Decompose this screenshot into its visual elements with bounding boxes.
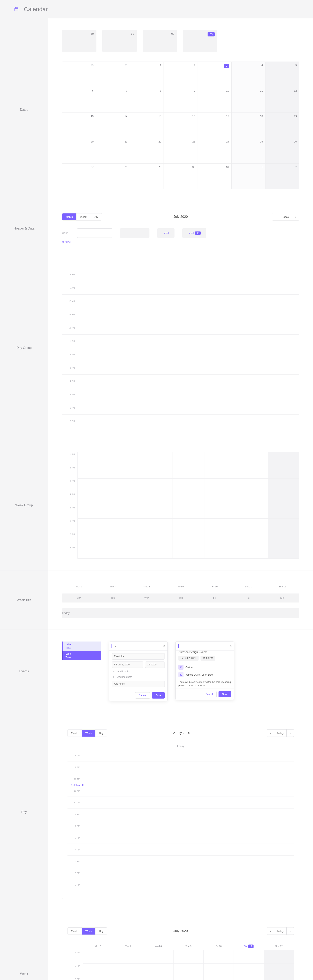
timeline-row[interactable]: 2 PM bbox=[62, 348, 299, 361]
add-members-placeholder[interactable]: Add members bbox=[117, 676, 132, 678]
event-date-input[interactable] bbox=[112, 662, 143, 668]
timeline-row[interactable]: 5 PM bbox=[62, 388, 299, 401]
week-column[interactable] bbox=[174, 950, 204, 980]
calendar-day-cell[interactable]: 3 bbox=[198, 62, 232, 87]
calendar-day-cell[interactable]: 27 bbox=[62, 164, 96, 189]
save-button[interactable]: Save bbox=[218, 691, 231, 697]
calendar-day-cell[interactable]: 20 bbox=[62, 138, 96, 164]
calendar-day-cell[interactable]: 22 bbox=[130, 138, 164, 164]
calendar-day-cell[interactable]: 15 bbox=[130, 113, 164, 138]
close-icon[interactable]: × bbox=[230, 644, 232, 648]
calendar-day-cell[interactable]: 12 bbox=[266, 87, 299, 113]
view-week-button[interactable]: Week bbox=[82, 928, 95, 934]
close-icon[interactable]: × bbox=[163, 644, 165, 648]
calendar-day-cell[interactable]: 5 bbox=[266, 62, 299, 87]
calendar-day-cell[interactable]: 18 bbox=[232, 113, 266, 138]
week-column[interactable] bbox=[264, 950, 294, 980]
calendar-day-cell[interactable]: 9 bbox=[164, 87, 198, 113]
chip-outline[interactable] bbox=[77, 228, 112, 238]
calendar-day-cell[interactable]: 23 bbox=[164, 138, 198, 164]
timeline-row[interactable]: 12 PM bbox=[62, 321, 299, 334]
timeline-row[interactable]: 4 PM bbox=[68, 844, 294, 856]
calendar-day-cell[interactable]: 19 bbox=[266, 113, 299, 138]
timeline-row[interactable]: 2 PM bbox=[68, 820, 294, 832]
save-button[interactable]: Save bbox=[152, 692, 165, 698]
cancel-button[interactable]: Cancel bbox=[202, 691, 217, 697]
calendar-day-cell[interactable]: 21 bbox=[96, 138, 130, 164]
calendar-day-cell[interactable]: 25 bbox=[232, 138, 266, 164]
nav-next-button[interactable]: › bbox=[286, 927, 294, 935]
calendar-day-cell[interactable]: 17 bbox=[198, 113, 232, 138]
weekday-header-cell[interactable]: Tue 7 bbox=[113, 943, 143, 950]
weekday-header-cell[interactable]: Sun 12 bbox=[264, 943, 294, 950]
week-column[interactable] bbox=[236, 452, 268, 558]
view-month-button[interactable]: Month bbox=[68, 928, 82, 934]
nav-prev-button[interactable]: ‹ bbox=[267, 729, 274, 737]
weekday-header-cell[interactable]: Fri 10 bbox=[204, 943, 234, 950]
timeline-row[interactable]: 11 AM bbox=[68, 785, 294, 797]
calendar-day-cell[interactable]: 13 bbox=[62, 113, 96, 138]
nav-next-button[interactable]: › bbox=[286, 729, 294, 737]
add-location-placeholder[interactable]: Add location bbox=[117, 670, 130, 673]
calendar-day-cell[interactable]: 29 bbox=[62, 62, 96, 87]
week-column[interactable] bbox=[204, 950, 234, 980]
calendar-day-cell[interactable]: 26 bbox=[266, 138, 299, 164]
event-chip-solid[interactable]: Label Time bbox=[62, 651, 101, 660]
timeline-row[interactable]: 1 PM bbox=[62, 334, 299, 348]
calendar-day-cell[interactable]: 6 bbox=[62, 87, 96, 113]
timeline-row[interactable]: 8 AM bbox=[62, 268, 299, 281]
timeline-row[interactable]: 9 AM bbox=[68, 762, 294, 773]
mini-date-tile[interactable]: 31 bbox=[102, 30, 137, 52]
week-column[interactable] bbox=[234, 950, 264, 980]
timeline-row[interactable]: 5 PM bbox=[68, 856, 294, 867]
view-month-button[interactable]: Month bbox=[68, 730, 82, 737]
calendar-day-cell[interactable]: 7 bbox=[96, 87, 130, 113]
timeline-row[interactable]: 10 AM bbox=[62, 294, 299, 308]
cancel-button[interactable]: Cancel bbox=[135, 692, 150, 698]
calendar-day-cell[interactable]: 24 bbox=[198, 138, 232, 164]
chevron-right-icon[interactable]: › bbox=[182, 644, 182, 648]
chevron-right-icon[interactable]: › bbox=[115, 644, 116, 648]
mini-date-tile[interactable]: 03 bbox=[183, 30, 217, 52]
chip-grey[interactable] bbox=[120, 228, 149, 238]
mini-date-tile[interactable]: 30 bbox=[62, 30, 96, 52]
timeline-row[interactable]: 7 PM bbox=[68, 879, 294, 891]
chip-label-badge[interactable]: Label 99 bbox=[182, 228, 206, 238]
calendar-day-cell[interactable]: 10 bbox=[198, 87, 232, 113]
week-column[interactable] bbox=[204, 452, 236, 558]
timeline-row[interactable]: 3 PM bbox=[68, 832, 294, 844]
timeline-row[interactable]: 6 PM bbox=[68, 867, 294, 879]
calendar-day-cell[interactable]: 16 bbox=[164, 113, 198, 138]
mini-date-tile[interactable]: 02 bbox=[142, 30, 177, 52]
calendar-day-cell[interactable]: 1 bbox=[130, 62, 164, 87]
weekday-header-cell[interactable]: Wed 8 bbox=[143, 943, 173, 950]
timeline-row[interactable]: 11 AM bbox=[62, 308, 299, 321]
nav-today-button[interactable]: Today bbox=[274, 927, 286, 935]
calendar-day-cell[interactable]: 1 bbox=[232, 164, 266, 189]
calendar-day-cell[interactable]: 14 bbox=[96, 113, 130, 138]
view-day-button[interactable]: Day bbox=[90, 213, 102, 220]
week-column[interactable] bbox=[143, 950, 174, 980]
calendar-day-cell[interactable]: 11 bbox=[232, 87, 266, 113]
timeline-row[interactable]: 8 AM bbox=[68, 750, 294, 762]
weekday-header-cell[interactable]: Thu 9 bbox=[173, 943, 204, 950]
nav-next-button[interactable]: › bbox=[292, 213, 299, 221]
view-week-button[interactable]: Week bbox=[76, 213, 90, 220]
timeline-row[interactable]: 12 PM bbox=[68, 797, 294, 808]
calendar-day-cell[interactable]: 29 bbox=[130, 164, 164, 189]
event-time-input[interactable] bbox=[145, 662, 165, 668]
calendar-day-cell[interactable]: 30 bbox=[96, 62, 130, 87]
nav-today-button[interactable]: Today bbox=[279, 213, 292, 221]
week-column[interactable] bbox=[113, 950, 143, 980]
nav-prev-button[interactable]: ‹ bbox=[267, 927, 274, 935]
calendar-day-cell[interactable]: 2 bbox=[266, 164, 299, 189]
calendar-day-cell[interactable]: 31 bbox=[198, 164, 232, 189]
timeline-row[interactable]: 7 PM bbox=[62, 415, 299, 428]
chip-label-grey[interactable]: Label bbox=[157, 228, 174, 238]
timeline-row[interactable]: 3 PM bbox=[62, 361, 299, 375]
calendar-day-cell[interactable]: 2 bbox=[164, 62, 198, 87]
calendar-day-cell[interactable]: 4 bbox=[232, 62, 266, 87]
view-month-button[interactable]: Month bbox=[62, 213, 76, 220]
calendar-day-cell[interactable]: 30 bbox=[164, 164, 198, 189]
event-notes-input[interactable] bbox=[112, 681, 165, 687]
